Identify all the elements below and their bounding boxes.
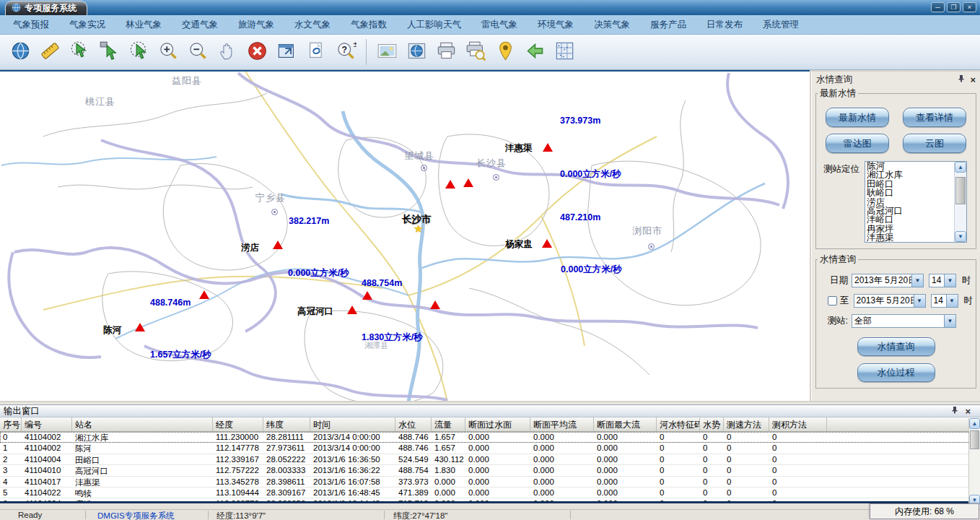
pin-icon[interactable] — [951, 406, 958, 417]
toolbar-button-zoom-in-icon[interactable] — [155, 38, 181, 66]
hour-from-select[interactable]: 14▼ — [929, 274, 956, 287]
menu-item-日常发布[interactable]: 日常发布 — [696, 19, 753, 31]
dropdown-arrow-icon[interactable]: ▼ — [944, 315, 955, 327]
panel-close-icon[interactable]: × — [970, 76, 976, 84]
column-header-7[interactable]: 水位 — [395, 417, 432, 431]
table-scrollbar[interactable]: ▲ ▼ — [968, 418, 980, 506]
scroll-up-icon[interactable]: ▲ — [969, 418, 980, 429]
toolbar-button-globe-icon[interactable] — [7, 38, 33, 66]
menu-item-系统管理[interactable]: 系统管理 — [753, 19, 809, 31]
table-row[interactable]: 441104017沣惠渠113.34527828.3986112013/1/6 … — [0, 477, 980, 488]
column-header-9[interactable]: 断面过水面 — [465, 417, 530, 431]
column-header-10[interactable]: 断面平均流 — [530, 417, 594, 431]
scroll-thumb[interactable] — [955, 177, 966, 204]
view-details-button[interactable]: 查看详情 — [903, 108, 966, 127]
station-triangle-marker[interactable] — [273, 240, 283, 249]
toolbar-button-measure-icon[interactable] — [37, 38, 63, 66]
toolbar-button-zoom-out-icon[interactable] — [185, 38, 211, 66]
scroll-thumb[interactable] — [970, 430, 979, 449]
toolbar-button-print-icon[interactable] — [433, 38, 459, 66]
column-header-15[interactable]: 测积方法 — [769, 417, 827, 431]
column-header-11[interactable]: 断面最大流 — [594, 417, 657, 431]
toolbar-button-identify-icon[interactable]: ?± — [333, 38, 359, 66]
toolbar-button-pan-icon[interactable] — [214, 38, 240, 66]
toolbar-button-locate-pin-icon[interactable] — [492, 38, 518, 66]
toolbar-button-select-arrow-icon[interactable] — [96, 38, 122, 66]
menu-item-交通气象[interactable]: 交通气象 — [172, 19, 228, 31]
table-row[interactable]: 541104022鸣犊113.10944428.3091672013/1/6 1… — [0, 488, 980, 498]
water-level-process-button[interactable]: 水位过程 — [857, 363, 935, 382]
table-row[interactable]: 341104010高冠河口112.75722228.0033332013/1/6… — [0, 465, 980, 476]
station-list-item[interactable]: 田峪口 — [867, 180, 954, 188]
scroll-up-icon[interactable]: ▲ — [955, 162, 966, 173]
scroll-down-icon[interactable]: ▼ — [955, 231, 966, 242]
station-list-item[interactable]: 耿峪口 — [867, 188, 954, 197]
to-date-checkbox[interactable] — [828, 296, 837, 306]
output-close-icon[interactable]: × — [965, 407, 971, 415]
menu-item-气象实况[interactable]: 气象实况 — [59, 19, 115, 31]
menu-item-气象指数[interactable]: 气象指数 — [341, 19, 397, 31]
toolbar-button-select-features-icon[interactable] — [66, 38, 92, 66]
water-query-button[interactable]: 水情查询 — [857, 337, 935, 356]
menu-item-服务产品[interactable]: 服务产品 — [640, 19, 696, 31]
station-list-item[interactable]: 沣惠渠 — [867, 233, 954, 242]
dropdown-arrow-icon[interactable]: ▼ — [944, 274, 955, 287]
station-list-item[interactable]: 陈河 — [867, 162, 954, 170]
toolbar-button-globe-view-icon[interactable] — [403, 38, 429, 66]
station-list-item[interactable]: 湘江水库 — [867, 170, 954, 179]
menu-item-人工影响天气[interactable]: 人工影响天气 — [397, 19, 471, 31]
date-to-select[interactable]: 2013年 5月20日▼ — [854, 294, 926, 308]
column-header-13[interactable]: 水势 — [700, 417, 724, 431]
column-header-8[interactable]: 流量 — [432, 417, 465, 431]
toolbar-button-image-icon[interactable] — [374, 38, 400, 66]
date-from-select[interactable]: 2013年 5月20日▼ — [852, 274, 924, 287]
column-header-5[interactable]: 纬度 — [263, 417, 310, 431]
station-triangle-marker[interactable] — [135, 323, 145, 332]
station-select[interactable]: 全部▼ — [852, 314, 956, 328]
table-row[interactable]: 141104002陈河112.14777827.9736112013/3/14 … — [0, 443, 980, 454]
column-header-1[interactable]: 序号 — [0, 417, 22, 431]
station-listbox[interactable]: 陈河湘江水库田峪口耿峪口涝店高冠河口沣峪口冉家坪沣惠渠 ▲ ▼ — [865, 161, 967, 243]
radar-chart-button[interactable]: 雷达图 — [826, 134, 889, 153]
toolbar-button-cancel-icon[interactable] — [244, 38, 270, 66]
listbox-scrollbar[interactable]: ▲ ▼ — [954, 162, 966, 242]
toolbar-button-print-preview-icon[interactable] — [463, 38, 489, 66]
station-list-item[interactable]: 冉家坪 — [867, 225, 954, 233]
minimize-button[interactable]: ─ — [931, 2, 945, 12]
dropdown-arrow-icon[interactable]: ▼ — [946, 295, 958, 307]
cloud-image-button[interactable]: 云图 — [903, 134, 966, 153]
station-list-item[interactable]: 涝店 — [867, 198, 954, 207]
column-header-6[interactable]: 时间 — [310, 417, 395, 431]
dropdown-arrow-icon[interactable]: ▼ — [911, 274, 923, 287]
station-triangle-marker[interactable] — [199, 290, 209, 299]
menu-item-林业气象[interactable]: 林业气象 — [115, 19, 172, 31]
latest-water-button[interactable]: 最新水情 — [826, 108, 889, 127]
hour-to-select[interactable]: 14▼ — [931, 294, 958, 308]
station-triangle-marker[interactable] — [430, 300, 440, 309]
table-row[interactable]: 641104024库峪口112.99377228.9898582013/1/6 … — [0, 498, 980, 503]
menu-item-旅游气象[interactable]: 旅游气象 — [228, 19, 284, 31]
menu-item-环境气象[interactable]: 环境气象 — [528, 19, 584, 31]
station-triangle-marker[interactable] — [347, 306, 357, 314]
column-header-2[interactable]: 编号 — [22, 417, 72, 431]
toolbar-button-window-extent-icon[interactable] — [274, 38, 299, 66]
station-triangle-marker[interactable] — [463, 178, 473, 187]
dropdown-arrow-icon[interactable]: ▼ — [914, 295, 925, 307]
station-triangle-marker[interactable] — [543, 143, 553, 152]
toolbar-button-grid-map-icon[interactable] — [551, 38, 577, 66]
menu-item-气象预报[interactable]: 气象预报 — [3, 19, 59, 31]
station-list-item[interactable]: 沣峪口 — [867, 215, 954, 224]
menu-item-决策气象[interactable]: 决策气象 — [584, 19, 640, 31]
column-header-4[interactable]: 经度 — [213, 417, 263, 431]
column-header-3[interactable]: 站名 — [72, 417, 213, 431]
station-triangle-marker[interactable] — [362, 291, 372, 300]
menu-item-水文气象[interactable]: 水文气象 — [284, 19, 341, 31]
column-header-14[interactable]: 测速方法 — [724, 417, 769, 431]
station-triangle-marker[interactable] — [542, 239, 552, 248]
close-button[interactable]: × — [963, 2, 976, 12]
menu-item-雷电气象[interactable]: 雷电气象 — [471, 19, 528, 31]
station-triangle-marker[interactable] — [445, 180, 455, 188]
station-list-item[interactable]: 高冠河口 — [867, 207, 954, 215]
map-canvas[interactable]: 益阳县桃江县宁乡县望城县长沙县浏阳市湘潭县长沙市★陈河涝店高冠河口沣惠渠杨家盅3… — [0, 70, 810, 401]
toolbar-button-back-arrow-icon[interactable] — [522, 38, 548, 66]
